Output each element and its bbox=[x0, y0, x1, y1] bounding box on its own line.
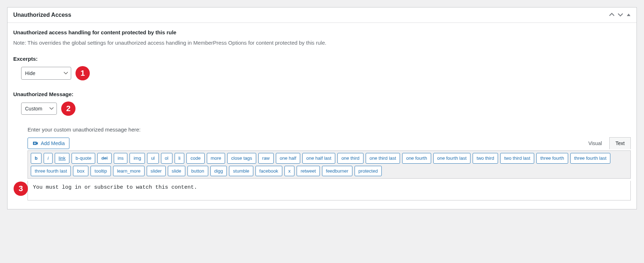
qt-ul[interactable]: ul bbox=[147, 153, 158, 164]
qt-box[interactable]: box bbox=[73, 166, 88, 177]
qt-retweet[interactable]: retweet bbox=[297, 166, 320, 177]
qt-two-third[interactable]: two third bbox=[473, 153, 498, 164]
qt-code[interactable]: code bbox=[186, 153, 204, 164]
unauthorized-access-panel: Unauthorized Access Unauthorized access … bbox=[7, 7, 637, 209]
qt-img[interactable]: img bbox=[130, 153, 145, 164]
editor-box: 3 bbox=[28, 181, 631, 200]
qt-bold[interactable]: b bbox=[31, 153, 42, 164]
excerpts-select[interactable]: Hide bbox=[21, 67, 71, 80]
qt-stumble[interactable]: stumble bbox=[229, 166, 253, 177]
panel-toggle-icon[interactable] bbox=[626, 12, 631, 18]
unauth-message-label: Unauthorized Message: bbox=[13, 91, 631, 97]
qt-link[interactable]: link bbox=[55, 153, 70, 164]
annotation-badge-3: 3 bbox=[14, 182, 28, 196]
qt-italic[interactable]: i bbox=[44, 153, 53, 164]
qt-x[interactable]: x bbox=[284, 166, 295, 177]
qt-slide[interactable]: slide bbox=[168, 166, 185, 177]
qt-one-fourth[interactable]: one fourth bbox=[402, 153, 431, 164]
editor-media-row: Add Media Visual Text bbox=[28, 137, 631, 149]
panel-move-down-icon[interactable] bbox=[618, 12, 623, 18]
qt-ins[interactable]: ins bbox=[114, 153, 128, 164]
qt-close[interactable]: close tags bbox=[227, 153, 256, 164]
note-text: Note: This overrides the global settings… bbox=[13, 40, 631, 46]
qt-three-fourth-last-a[interactable]: three fourth last bbox=[570, 153, 610, 164]
qt-ol[interactable]: ol bbox=[161, 153, 172, 164]
qt-one-half[interactable]: one half bbox=[276, 153, 300, 164]
qt-digg[interactable]: digg bbox=[210, 166, 227, 177]
add-media-label: Add Media bbox=[41, 140, 65, 146]
editor-wrap: Enter your custom unauthorized message h… bbox=[28, 126, 631, 200]
qt-one-third-last[interactable]: one third last bbox=[366, 153, 400, 164]
tab-text[interactable]: Text bbox=[609, 137, 631, 149]
qt-tooltip[interactable]: tooltip bbox=[91, 166, 111, 177]
panel-move-up-icon[interactable] bbox=[609, 12, 614, 18]
qt-one-fourth-last[interactable]: one fourth last bbox=[433, 153, 470, 164]
media-icon bbox=[32, 140, 39, 147]
panel-controls bbox=[609, 12, 631, 18]
qt-more[interactable]: more bbox=[207, 153, 225, 164]
qt-del[interactable]: del bbox=[97, 153, 111, 164]
editor-description: Enter your custom unauthorized message h… bbox=[28, 126, 631, 133]
quicktags-toolbar: b i link b-quote del ins img ul ol li co… bbox=[28, 150, 631, 179]
panel-header: Unauthorized Access bbox=[8, 8, 636, 23]
qt-learn-more[interactable]: learn_more bbox=[113, 166, 145, 177]
qt-facebook[interactable]: facebook bbox=[255, 166, 282, 177]
annotation-badge-2: 2 bbox=[61, 101, 75, 116]
excerpts-label: Excerpts: bbox=[13, 56, 631, 62]
qt-li[interactable]: li bbox=[175, 153, 185, 164]
unauth-message-row: Custom 2 bbox=[21, 101, 631, 116]
qt-two-third-last[interactable]: two third last bbox=[500, 153, 534, 164]
qt-three-fourth-last-b[interactable]: three fourth last bbox=[31, 166, 71, 177]
tab-visual[interactable]: Visual bbox=[582, 137, 608, 149]
panel-body: Unauthorized access handling for content… bbox=[8, 23, 636, 209]
panel-title: Unauthorized Access bbox=[13, 12, 71, 18]
qt-one-half-last[interactable]: one half last bbox=[302, 153, 335, 164]
qt-protected[interactable]: protected bbox=[355, 166, 382, 177]
qt-button[interactable]: button bbox=[187, 166, 208, 177]
qt-raw[interactable]: raw bbox=[258, 153, 274, 164]
qt-bquote[interactable]: b-quote bbox=[72, 153, 95, 164]
unauth-message-select[interactable]: Custom bbox=[21, 103, 57, 115]
excerpts-row: Hide 1 bbox=[21, 66, 631, 80]
editor-textarea[interactable] bbox=[32, 181, 630, 200]
qt-feedburner[interactable]: feedburner bbox=[322, 166, 352, 177]
editor-tabs: Visual Text bbox=[581, 137, 631, 149]
qt-one-third[interactable]: one third bbox=[337, 153, 364, 164]
add-media-button[interactable]: Add Media bbox=[28, 138, 69, 149]
qt-slider[interactable]: slider bbox=[147, 166, 166, 177]
qt-three-fourth[interactable]: three fourth bbox=[536, 153, 568, 164]
subheading: Unauthorized access handling for content… bbox=[13, 29, 631, 35]
annotation-badge-1: 1 bbox=[75, 66, 90, 80]
